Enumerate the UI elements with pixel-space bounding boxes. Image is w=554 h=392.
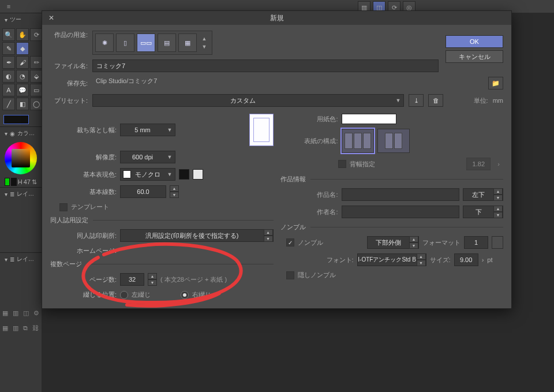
- saveto-label: 保存先:: [50, 79, 88, 88]
- binding-label: 綴じる位置:: [50, 290, 117, 299]
- bleed-dropdown[interactable]: 5 mm ▼: [120, 124, 175, 136]
- chevron-down-icon[interactable]: ▾: [5, 17, 8, 23]
- purpose-up-icon[interactable]: ▲: [199, 35, 209, 43]
- stepper-icon[interactable]: ⇅: [32, 178, 37, 186]
- binding-left-radio[interactable]: [120, 291, 128, 299]
- cover-config-label: 表紙の構成:: [280, 137, 338, 145]
- work-name-pos-dropdown[interactable]: 左下 ▲▼: [463, 188, 503, 201]
- nombre-section-label: ノンブル: [280, 223, 306, 232]
- new-folder-icon[interactable]: ▥: [13, 324, 18, 332]
- new-folder-icon[interactable]: ▥: [13, 309, 18, 317]
- tool-ruler[interactable]: ╱: [2, 98, 15, 110]
- work-name-input[interactable]: [342, 188, 460, 201]
- tool-balloon[interactable]: 💬: [16, 84, 29, 96]
- purpose-webtoon[interactable]: ▯: [116, 33, 134, 52]
- new-layer-icon[interactable]: ▦: [2, 324, 8, 332]
- author-pos-dropdown[interactable]: 下 ▲▼: [463, 206, 503, 218]
- tool-blend[interactable]: ◔: [16, 70, 29, 83]
- new-document-dialog: ✕ 新規 OK キャンセル 作品の用途: ✺ ▯ ▭▭ ▤ ▦ ▲ ▼ ファイル…: [42, 10, 512, 309]
- hidden-nombre-checkbox[interactable]: [286, 271, 294, 279]
- gear-icon[interactable]: ⚙: [33, 309, 39, 317]
- save-preset-icon[interactable]: ⤓: [409, 94, 424, 107]
- chevron-down-icon[interactable]: ▾: [5, 191, 8, 197]
- spine-checkbox[interactable]: [338, 160, 346, 168]
- preset-dropdown[interactable]: カスタム ▼: [92, 94, 404, 107]
- tool-figure[interactable]: ◯: [30, 98, 43, 110]
- purpose-animation[interactable]: ▦: [178, 33, 197, 52]
- tool-magnifier[interactable]: 🔍: [2, 28, 15, 41]
- chevron-right-icon[interactable]: ›: [482, 256, 484, 263]
- purpose-comic[interactable]: ▭▭: [137, 33, 155, 52]
- nombre-pos-dropdown[interactable]: 下部外側 ▲▼: [367, 236, 419, 249]
- resolution-dropdown[interactable]: 600 dpi ▼: [120, 151, 175, 163]
- close-icon[interactable]: ✕: [47, 13, 56, 23]
- doujin-print-stepper[interactable]: ▲▼: [264, 229, 273, 242]
- tool-brush[interactable]: 🖌: [16, 56, 29, 69]
- folder-icon[interactable]: 📁: [488, 77, 503, 89]
- doujin-print-dropdown[interactable]: 汎用設定(印刷所を後で指定する) ▲▼: [120, 229, 274, 242]
- tool-gradient[interactable]: ◧: [16, 98, 29, 110]
- pages-input[interactable]: [120, 273, 144, 286]
- chevron-right-icon[interactable]: ›: [494, 160, 503, 167]
- tool-eraser[interactable]: ◐: [2, 70, 15, 83]
- size-input[interactable]: [454, 253, 478, 266]
- chevron-down-icon[interactable]: ▾: [5, 256, 8, 263]
- cover-option-1[interactable]: [342, 129, 374, 153]
- nombre-label: ノンブル: [298, 238, 323, 247]
- doujin-print-label: 同人誌印刷所:: [50, 232, 117, 240]
- purpose-print[interactable]: ▤: [158, 33, 176, 52]
- template-checkbox[interactable]: [59, 203, 68, 211]
- format-extra-icon[interactable]: [492, 236, 503, 249]
- paper-color-swatch[interactable]: [342, 114, 396, 124]
- chevron-down-icon: ▼: [164, 127, 175, 133]
- basic-lines-input[interactable]: [120, 185, 166, 198]
- format-label: フォーマット: [422, 238, 461, 247]
- tool-pencil[interactable]: ✏: [30, 56, 43, 69]
- swatch-green[interactable]: [5, 178, 10, 186]
- cover-option-2[interactable]: [377, 129, 410, 153]
- menu-icon[interactable]: ≡: [3, 1, 14, 12]
- font-value: I-OTFアンチックStd B: [358, 256, 417, 264]
- nombre-checkbox[interactable]: [286, 238, 294, 247]
- hue-value: 47: [24, 178, 31, 185]
- tool-fill[interactable]: ⬙: [30, 70, 43, 83]
- new-layer-icon[interactable]: ▦: [2, 309, 8, 317]
- hue-label: H: [18, 178, 23, 185]
- purpose-illustration[interactable]: ✺: [95, 33, 114, 52]
- size-unit: pt: [487, 256, 492, 263]
- multipage-section-label: 複数ページ: [50, 260, 82, 268]
- font-label: フォント:: [327, 256, 354, 264]
- filename-input[interactable]: [92, 59, 439, 72]
- tool-pen[interactable]: ✒: [2, 56, 15, 69]
- tool-rotate[interactable]: ⟳: [30, 28, 43, 41]
- purpose-down-icon[interactable]: ▼: [199, 43, 209, 51]
- mask-icon[interactable]: ◫: [23, 309, 29, 317]
- chevron-down-icon[interactable]: ▾: [5, 130, 8, 137]
- format-input[interactable]: [464, 236, 488, 249]
- basic-lines-stepper[interactable]: ▲▼: [170, 185, 179, 198]
- tool-text[interactable]: A: [2, 84, 15, 96]
- pages-stepper[interactable]: ▲▼: [148, 273, 157, 286]
- tool-eyedropper[interactable]: ✎: [2, 42, 15, 55]
- tool-frame[interactable]: ▭: [30, 84, 43, 96]
- basic-lines-label: 基本線数:: [50, 188, 117, 196]
- swatch-black[interactable]: [179, 169, 189, 180]
- link-icon[interactable]: ⛓: [32, 324, 39, 332]
- binding-right-radio[interactable]: [181, 291, 189, 299]
- basic-color-dropdown[interactable]: モノクロ ▼: [120, 168, 175, 181]
- spine-label: 背幅指定: [350, 160, 375, 169]
- doujin-section-label: 同人誌用設定: [50, 216, 88, 225]
- ok-button[interactable]: OK: [446, 35, 503, 48]
- color-wheel[interactable]: [5, 142, 37, 174]
- delete-preset-icon[interactable]: 🗑: [428, 94, 443, 107]
- cancel-button[interactable]: キャンセル: [446, 50, 503, 63]
- tool-selection[interactable]: ◆: [16, 42, 29, 55]
- foreground-color[interactable]: [3, 115, 29, 124]
- author-input[interactable]: [342, 206, 460, 218]
- duplicate-icon[interactable]: ⧉: [23, 324, 28, 332]
- swatch-white[interactable]: [193, 169, 203, 180]
- font-dropdown[interactable]: I-OTFアンチックStd B ▲▼: [357, 253, 426, 266]
- tool-hand[interactable]: ✋: [16, 28, 29, 41]
- layer-panel-header-1: ▾ ≣ レイ…: [0, 187, 42, 200]
- swatch-black[interactable]: [11, 178, 16, 186]
